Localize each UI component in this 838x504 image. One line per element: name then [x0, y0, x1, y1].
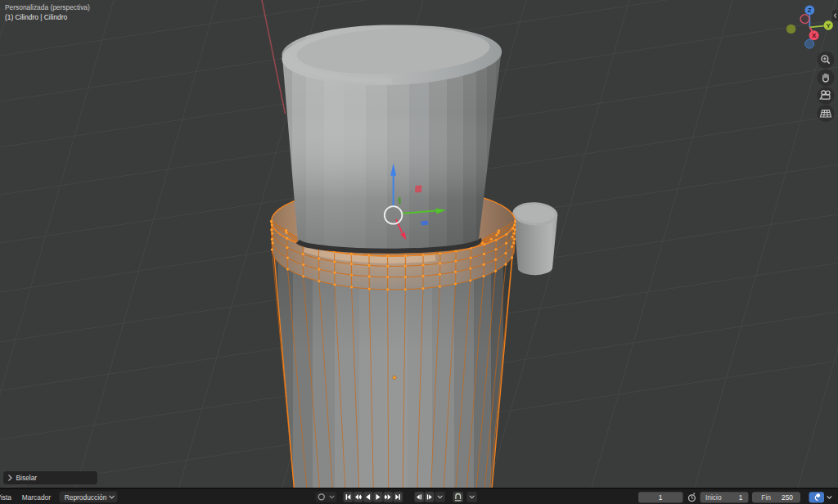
- svg-text:(1) Cilindro | Cilindro: (1) Cilindro | Cilindro: [5, 13, 68, 21]
- svg-text:Z: Z: [808, 7, 812, 14]
- svg-text:X: X: [812, 32, 817, 39]
- svg-text:Y: Y: [827, 22, 831, 29]
- svg-text:Biselar: Biselar: [16, 474, 38, 482]
- svg-text:Marcador: Marcador: [22, 493, 52, 502]
- svg-text:Inicio: Inicio: [705, 493, 722, 502]
- svg-text:Reproducción: Reproducción: [65, 493, 107, 502]
- svg-text:Fin: Fin: [761, 493, 771, 502]
- svg-text:Personalizada (perspectiva): Personalizada (perspectiva): [5, 3, 90, 11]
- svg-text:250: 250: [782, 493, 793, 502]
- svg-text:1: 1: [659, 493, 663, 502]
- svg-text:1: 1: [739, 493, 743, 502]
- svg-text:Vista: Vista: [0, 493, 11, 502]
